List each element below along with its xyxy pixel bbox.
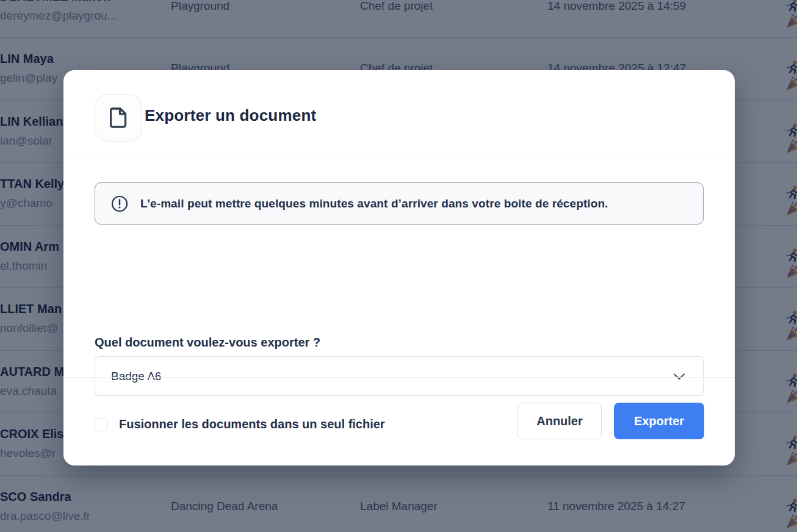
export-button[interactable]: Exporter xyxy=(614,403,704,439)
document-question-label: Quel document voulez-vous exporter ? xyxy=(95,336,320,350)
document-icon xyxy=(110,107,127,128)
modal-footer: Annuler Exporter xyxy=(63,377,735,466)
export-document-modal: Exporter un document L’e-mail peut mettr… xyxy=(63,70,735,466)
cancel-button[interactable]: Annuler xyxy=(518,403,602,439)
notice-banner: L’e-mail peut mettre quelques minutes av… xyxy=(95,182,704,225)
document-icon-badge xyxy=(95,94,142,142)
modal-header: Exporter un document xyxy=(63,70,735,159)
notice-text: L’e-mail peut mettre quelques minutes av… xyxy=(140,197,608,210)
alert-circle-icon xyxy=(111,195,128,212)
modal-title: Exporter un document xyxy=(145,106,316,125)
